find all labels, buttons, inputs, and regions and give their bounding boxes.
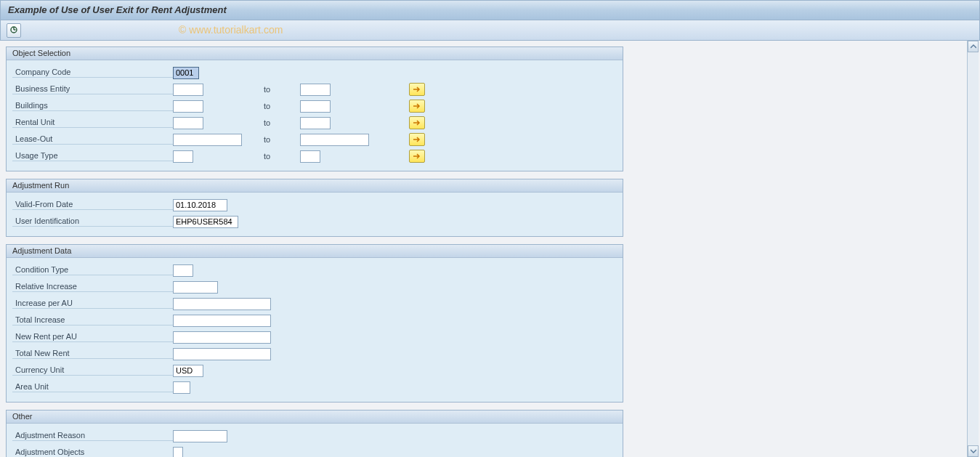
- section-body: Condition Type Relative Increase Increas…: [7, 258, 623, 402]
- label-user-identification: User Identification: [12, 217, 173, 227]
- input-user-identification[interactable]: [173, 216, 238, 228]
- input-relative-increase[interactable]: [173, 281, 218, 294]
- label-adjustment-reason: Adjustment Reason: [12, 431, 173, 441]
- section-header: Adjustment Run: [7, 179, 623, 193]
- label-condition-type: Condition Type: [12, 265, 173, 275]
- arrow-right-icon: [413, 103, 421, 109]
- toolbar: © www.tutorialkart.com: [0, 20, 980, 41]
- chevron-up-icon: [971, 44, 976, 49]
- row-adjustment-objects: Adjustment Objects: [12, 445, 617, 457]
- label-area-unit: Area Unit: [12, 382, 173, 392]
- row-area-unit: Area Unit: [12, 379, 617, 395]
- arrow-right-icon: [413, 153, 421, 159]
- row-valid-from-date: Valid-From Date: [12, 197, 617, 213]
- label-to-2: to: [264, 102, 300, 110]
- input-new-rent-per-au[interactable]: [173, 331, 271, 344]
- watermark: © www.tutorialkart.com: [179, 24, 283, 36]
- label-to-3: to: [264, 118, 300, 127]
- section-adjustment-run: Adjustment Run Valid-From Date User Iden…: [6, 179, 623, 237]
- input-business-entity-to[interactable]: [300, 84, 331, 96]
- input-lease-out-to[interactable]: [300, 134, 369, 146]
- label-lease-out: Lease-Out: [12, 134, 173, 145]
- label-valid-from-date: Valid-From Date: [12, 200, 173, 210]
- scroll-up-button[interactable]: [968, 41, 979, 52]
- input-condition-type[interactable]: [173, 264, 193, 277]
- label-buildings: Buildings: [12, 101, 173, 111]
- row-new-rent-per-au: New Rent per AU: [12, 329, 617, 345]
- input-increase-per-au[interactable]: [173, 298, 271, 310]
- input-business-entity-from[interactable]: [173, 84, 203, 96]
- row-lease-out: Lease-Out to: [12, 132, 617, 147]
- section-header: Other: [7, 411, 623, 424]
- row-total-increase: Total Increase: [12, 312, 617, 328]
- label-business-entity: Business Entity: [12, 84, 173, 94]
- arrow-right-icon: [413, 137, 421, 142]
- content-area: Object Selection Company Code Business E…: [0, 41, 623, 457]
- row-total-new-rent: Total New Rent: [12, 346, 617, 362]
- label-increase-per-au: Increase per AU: [12, 299, 173, 309]
- input-adjustment-objects[interactable]: [173, 447, 183, 458]
- scrollbar[interactable]: [967, 41, 979, 457]
- multi-select-buildings[interactable]: [409, 100, 425, 113]
- row-rental-unit: Rental Unit to: [12, 115, 617, 131]
- multi-select-lease-out[interactable]: [409, 133, 425, 146]
- multi-select-rental-unit[interactable]: [409, 116, 425, 129]
- label-company-code: Company Code: [12, 68, 173, 78]
- label-to-1: to: [264, 85, 300, 94]
- label-relative-increase: Relative Increase: [12, 282, 173, 292]
- title-bar: Example of Use of User Exit for Rent Adj…: [0, 0, 980, 20]
- label-currency-unit: Currency Unit: [12, 365, 173, 376]
- label-rental-unit: Rental Unit: [12, 118, 173, 128]
- input-rental-unit-from[interactable]: [173, 117, 203, 129]
- section-object-selection: Object Selection Company Code Business E…: [6, 46, 623, 171]
- row-condition-type: Condition Type: [12, 262, 617, 278]
- input-company-code[interactable]: [173, 67, 199, 79]
- label-usage-type: Usage Type: [12, 151, 173, 161]
- row-company-code: Company Code: [12, 65, 617, 81]
- input-buildings-to[interactable]: [300, 100, 331, 113]
- input-area-unit[interactable]: [173, 381, 190, 394]
- row-relative-increase: Relative Increase: [12, 279, 617, 295]
- execute-button[interactable]: [7, 23, 21, 38]
- section-header: Object Selection: [7, 47, 623, 60]
- row-business-entity: Business Entity to: [12, 81, 617, 97]
- label-to-5: to: [264, 152, 300, 161]
- label-to-4: to: [264, 135, 300, 144]
- input-total-increase[interactable]: [173, 315, 271, 327]
- section-other: Other Adjustment Reason Adjustment Objec…: [6, 410, 623, 457]
- arrow-right-icon: [413, 120, 421, 126]
- row-adjustment-reason: Adjustment Reason: [12, 428, 617, 444]
- section-body: Adjustment Reason Adjustment Objects: [7, 424, 623, 457]
- input-buildings-from[interactable]: [173, 100, 203, 113]
- row-user-identification: User Identification: [12, 214, 617, 230]
- row-increase-per-au: Increase per AU: [12, 296, 617, 312]
- row-buildings: Buildings to: [12, 98, 617, 114]
- input-currency-unit[interactable]: [173, 365, 203, 377]
- input-total-new-rent[interactable]: [173, 348, 271, 360]
- section-header: Adjustment Data: [7, 245, 623, 258]
- input-valid-from-date[interactable]: [173, 199, 227, 211]
- label-total-new-rent: Total New Rent: [12, 349, 173, 359]
- input-usage-type-to[interactable]: [300, 150, 320, 163]
- page-title: Example of Use of User Exit for Rent Adj…: [8, 4, 227, 15]
- multi-select-usage-type[interactable]: [409, 150, 425, 163]
- chevron-down-icon: [971, 449, 976, 453]
- row-currency-unit: Currency Unit: [12, 363, 617, 379]
- input-lease-out-from[interactable]: [173, 134, 242, 146]
- execute-icon: [9, 25, 19, 36]
- section-adjustment-data: Adjustment Data Condition Type Relative …: [6, 244, 623, 403]
- row-usage-type: Usage Type to: [12, 148, 617, 164]
- arrow-right-icon: [413, 86, 421, 92]
- multi-select-business-entity[interactable]: [409, 83, 425, 96]
- label-new-rent-per-au: New Rent per AU: [12, 332, 173, 342]
- label-total-increase: Total Increase: [12, 315, 173, 325]
- section-body: Valid-From Date User Identification: [7, 193, 623, 236]
- scroll-down-button[interactable]: [968, 445, 979, 457]
- label-adjustment-objects: Adjustment Objects: [12, 448, 173, 457]
- input-usage-type-from[interactable]: [173, 150, 193, 163]
- input-rental-unit-to[interactable]: [300, 117, 331, 129]
- section-body: Company Code Business Entity to Building…: [7, 60, 623, 171]
- input-adjustment-reason[interactable]: [173, 430, 227, 442]
